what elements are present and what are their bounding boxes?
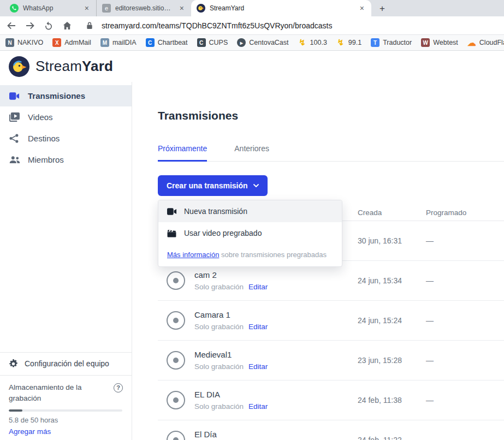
created-date: 23 jun, 15:28 [352,356,420,365]
edit-link[interactable]: Editar [248,283,268,291]
create-broadcast-button[interactable]: Crear una transmisión [158,175,268,196]
scheduled-date: — [420,356,504,365]
sidebar-item-videos[interactable]: Videos [0,106,132,128]
created-date: 30 jun, 16:31 [352,236,420,245]
bookmark-cups[interactable]: CUPS [197,38,228,47]
video-camera-icon [9,91,20,101]
bookmark-label: mailDIA [112,39,137,46]
bookmark-label: CloudFlare [479,39,504,46]
sidebar-spacer [0,170,132,352]
bookmark-chartbeat[interactable]: Chartbeat [146,38,188,47]
broadcast-name: Camara 1 [194,310,268,319]
tab-proximamente[interactable]: Próximamente [158,144,207,162]
maildia-icon [100,38,109,47]
edit-link[interactable]: Editar [248,402,268,411]
brand-bold: Yard [82,58,113,74]
menu-item-label: Nueva transmisión [184,207,247,216]
storage-progress-fill [9,409,22,412]
sidebar-item-label: Transmisiones [28,91,85,100]
tab-editoresweb[interactable]: e editoresweb.sitioweb:eldia.co × [96,0,191,16]
tab-streamyard[interactable]: StreamYard × [191,0,371,16]
streamyard-icon [197,4,205,13]
broadcast-cell: El Día Solo grabaciónEditar [158,430,352,440]
broadcast-cell: cam 2 Solo grabaciónEditar [158,270,352,291]
address-bar[interactable]: streamyard.com/teams/TQDhBC9ZNTmft6z5UsQ… [102,21,332,30]
bookmark-admmail[interactable]: AdmMail [52,38,91,47]
bookmark-99-1[interactable]: 99.1 [336,38,361,47]
table-row[interactable]: Medieval1 Solo grabaciónEditar 23 jun, 1… [158,341,504,380]
bookmark-label: NAKIVO [17,39,43,46]
scheduled-date: — [420,396,504,405]
help-icon[interactable]: ? [114,383,123,393]
bookmark-centovacast[interactable]: CentovaCast [237,38,288,47]
add-more-link[interactable]: Agregar más [9,427,123,436]
tab-anteriores[interactable]: Anteriores [234,144,269,161]
bookmark-traductor[interactable]: Traductor [371,38,412,47]
bookmark-100-3[interactable]: 100.3 [298,38,327,47]
chartbeat-icon [146,38,155,47]
menu-item-label: Usar video pregrabado [184,229,262,237]
sidebar-item-label: Miembros [28,155,64,164]
scheduled-date: — [420,276,504,285]
bolt-icon [298,38,307,47]
brand-wordmark: StreamYard [35,58,113,75]
created-date: 24 feb, 11:22 [352,436,420,440]
broadcast-type: Solo grabación [194,362,244,371]
app-body: Transmisiones Videos Destinos Miembros [0,82,504,440]
close-icon[interactable]: × [83,4,91,13]
browser-tab-strip: WhatsApp × e editoresweb.sitioweb:eldia.… [0,0,504,16]
record-icon [167,391,185,409]
nakivo-icon [5,38,14,47]
menu-item-new-broadcast[interactable]: Nueva transmisión [158,200,342,222]
edit-link[interactable]: Editar [248,362,268,371]
broadcast-cell: EL DIA Solo grabaciónEditar [158,390,352,411]
tab-whatsapp[interactable]: WhatsApp × [4,0,96,16]
created-date: 24 jun, 15:34 [352,276,420,285]
bookmark-maildia[interactable]: mailDIA [100,38,137,47]
app-header: StreamYard [0,51,504,82]
record-icon [167,271,185,290]
bookmark-nakivo[interactable]: NAKIVO [5,38,43,47]
home-icon[interactable] [62,21,72,31]
translate-icon [371,38,380,47]
create-broadcast-wrapper: Crear una transmisión Nueva transmisión [158,175,268,196]
sidebar-item-destinos[interactable]: Destinos [0,128,132,149]
record-icon [167,311,185,330]
lock-icon[interactable] [86,21,93,29]
bookmark-cloudflare[interactable]: CloudFlare [467,38,504,47]
back-icon[interactable] [7,21,16,31]
video-camera-icon [167,208,177,215]
main-content: Transmisiones Próximamente Anteriores Cr… [132,82,504,440]
edit-link[interactable]: Editar [248,323,268,331]
close-icon[interactable]: × [178,4,186,13]
bookmark-webtest[interactable]: Webtest [421,38,458,47]
column-programado: Programado [420,209,504,217]
reload-icon[interactable] [44,21,54,31]
broadcast-cell: Camara 1 Solo grabaciónEditar [158,310,352,331]
table-row[interactable]: EL DIA Solo grabaciónEditar 24 feb, 11:3… [158,380,504,420]
close-icon[interactable]: × [358,4,366,13]
table-row[interactable]: El Día Solo grabaciónEditar 24 feb, 11:2… [158,420,504,440]
more-info-link[interactable]: Más información [167,251,219,259]
site-favicon-icon: e [102,4,111,13]
streamyard-logo-icon[interactable] [9,56,29,77]
broadcast-name: EL DIA [194,390,268,399]
bookmark-label: 100.3 [310,39,327,46]
forward-icon[interactable] [25,21,35,31]
bookmark-label: 99.1 [348,39,361,46]
sidebar-item-miembros[interactable]: Miembros [0,149,132,170]
team-settings-button[interactable]: Configuración del equipo [0,352,132,375]
created-date: 24 jun, 15:24 [352,316,420,325]
bookmark-label: CentovaCast [249,39,288,46]
centovacast-icon [237,38,246,47]
broadcast-cell: Medieval1 Solo grabaciónEditar [158,350,352,371]
broadcast-type: Solo grabación [194,283,244,291]
team-settings-label: Configuración del equipo [25,359,109,368]
create-broadcast-menu: Nueva transmisión Usar video pregrabado … [158,200,342,267]
table-row[interactable]: Camara 1 Solo grabaciónEditar 24 jun, 15… [158,301,504,341]
new-tab-button[interactable]: + [375,1,390,16]
menu-item-prerecorded[interactable]: Usar video pregrabado [158,222,342,244]
bookmark-label: Webtest [433,39,458,46]
storage-usage: 5.8 de 50 horas [9,416,123,424]
sidebar-item-transmisiones[interactable]: Transmisiones [0,85,132,106]
